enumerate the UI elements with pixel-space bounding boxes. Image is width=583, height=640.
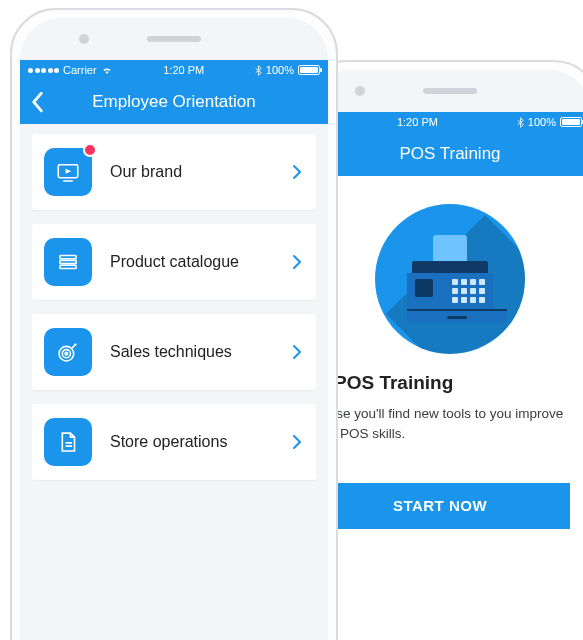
back-icon[interactable] <box>30 91 44 113</box>
wifi-icon <box>101 64 113 76</box>
status-time: 1:20 PM <box>318 116 517 128</box>
chevron-right-icon <box>292 164 302 180</box>
list-item-our-brand[interactable]: Our brand <box>32 134 316 210</box>
list-item-product-catalogue[interactable]: Product catalogue <box>32 224 316 300</box>
status-bar: Carrier 1:20 PM 100% <box>20 60 328 80</box>
course-title: POS Training <box>310 372 583 404</box>
svg-rect-3 <box>60 265 76 268</box>
play-screen-icon <box>44 148 92 196</box>
notification-badge <box>83 143 97 157</box>
status-time: 1:20 PM <box>113 64 255 76</box>
battery-pct: 100% <box>266 64 294 76</box>
bluetooth-icon <box>255 65 262 76</box>
carrier-label: Carrier <box>63 64 97 76</box>
start-now-button[interactable]: START NOW <box>310 483 570 529</box>
phone-speaker <box>147 36 201 42</box>
status-bar: 1:20 PM 100% <box>310 112 583 132</box>
stack-icon <box>44 238 92 286</box>
svg-rect-2 <box>60 260 76 263</box>
chevron-right-icon <box>292 434 302 450</box>
phone-speaker <box>423 88 477 94</box>
phone-camera-dot <box>355 86 365 96</box>
course-detail: POS Training course you'll find new tool… <box>310 176 583 538</box>
phone-mockup-left: Carrier 1:20 PM 100% Employee Orientatio… <box>10 8 338 640</box>
svg-point-6 <box>65 352 67 354</box>
list-item-label: Store operations <box>110 433 292 451</box>
list-item-label: Sales techniques <box>110 343 292 361</box>
course-description: course you'll find new tools to you impr… <box>310 404 583 443</box>
phone-mockup-right: 1:20 PM 100% POS Training <box>300 60 583 640</box>
chevron-right-icon <box>292 344 302 360</box>
bluetooth-icon <box>517 117 524 128</box>
list-item-store-operations[interactable]: Store operations <box>32 404 316 480</box>
document-icon <box>44 418 92 466</box>
page-title: POS Training <box>399 144 500 164</box>
signal-icon <box>28 68 59 73</box>
battery-icon <box>560 117 582 127</box>
target-icon <box>44 328 92 376</box>
nav-header: POS Training <box>310 132 583 176</box>
list-item-label: Product catalogue <box>110 253 292 271</box>
course-list: Our brand Product catalogue Sales techni… <box>20 124 328 504</box>
battery-pct: 100% <box>528 116 556 128</box>
list-item-label: Our brand <box>110 163 292 181</box>
nav-header: Employee Orientation <box>20 80 328 124</box>
svg-rect-1 <box>60 256 76 259</box>
pos-register-icon <box>375 204 525 354</box>
list-item-sales-techniques[interactable]: Sales techniques <box>32 314 316 390</box>
page-title: Employee Orientation <box>92 92 255 112</box>
phone-camera-dot <box>79 34 89 44</box>
chevron-right-icon <box>292 254 302 270</box>
battery-icon <box>298 65 320 75</box>
